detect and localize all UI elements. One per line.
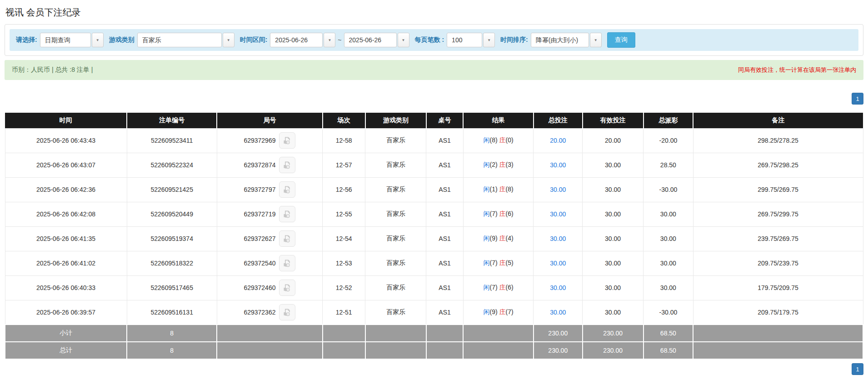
cell-bet-id: 522609517465: [127, 275, 217, 300]
video-replay-button[interactable]: [279, 304, 295, 320]
valid-bet-notice: 同局有效投注，统一计算在该局第一张注单内: [738, 66, 856, 74]
cell-session: 12-53: [323, 251, 365, 275]
total-bet-link[interactable]: 30.00: [550, 210, 566, 218]
cell-bet-id: 522609523411: [127, 128, 217, 153]
cell-total-bet: 30.00: [534, 300, 583, 325]
table-row: 2025-06-26 06:43:43522609523411629372969…: [5, 128, 863, 153]
page-size-input[interactable]: 100: [447, 33, 482, 47]
cell-total-bet: 20.00: [534, 128, 583, 153]
video-replay-button[interactable]: [279, 181, 295, 198]
total-bet-link[interactable]: 30.00: [550, 284, 566, 291]
cell-session: 12-55: [323, 202, 365, 226]
cell-remark: 299.75/269.75: [693, 177, 863, 202]
cell-table-no: AS1: [426, 128, 463, 153]
subtotal-row-empty-remark: [693, 325, 863, 342]
cell-round-id: 629372719: [217, 202, 322, 226]
banker-label: 庄: [499, 308, 506, 315]
search-button[interactable]: 查询: [607, 32, 635, 48]
date-to-input[interactable]: 2025-06-26: [344, 33, 397, 47]
video-camera-icon: [283, 185, 292, 194]
total-bet-link[interactable]: 30.00: [550, 186, 566, 193]
chevron-down-icon[interactable]: ▼: [590, 33, 602, 47]
column-header-6: 桌号: [426, 113, 463, 128]
chevron-down-icon[interactable]: ▼: [398, 33, 409, 47]
chevron-down-icon[interactable]: ▼: [223, 33, 234, 47]
cell-session: 12-58: [323, 128, 365, 153]
cell-bet-id: 522609519374: [127, 226, 217, 251]
total-row-total-bet: 230.00: [534, 342, 583, 359]
cell-remark: 209.75/179.75: [693, 300, 863, 325]
column-header-9: 有效投注: [583, 113, 644, 128]
table-row: 2025-06-26 06:42:08522609520449629372719…: [5, 202, 863, 226]
total-row-empty-game-type: [365, 342, 426, 359]
cell-game-type: 百家乐: [365, 226, 426, 251]
total-bet-link[interactable]: 20.00: [550, 137, 566, 144]
page-size-label: 每页笔数 :: [415, 36, 444, 44]
cell-bet-id: 522609518322: [127, 251, 217, 275]
total-row-empty-round: [217, 342, 322, 359]
total-bet-link[interactable]: 30.00: [550, 309, 566, 316]
round-id-text: 629372460: [244, 284, 275, 291]
game-type-input[interactable]: 百家乐: [137, 33, 222, 47]
cell-round-id: 629372969: [217, 128, 322, 153]
cell-time: 2025-06-26 06:39:57: [5, 300, 127, 325]
subtotal-row-valid-bet: 230.00: [583, 325, 644, 342]
video-replay-button[interactable]: [279, 280, 295, 296]
column-header-7: 结果: [463, 113, 534, 128]
banker-label: 庄: [499, 161, 506, 168]
chevron-down-icon[interactable]: ▼: [92, 33, 104, 47]
total-bet-link[interactable]: 30.00: [550, 161, 566, 169]
cell-table-no: AS1: [426, 153, 463, 177]
page-1-button[interactable]: 1: [852, 363, 863, 375]
table-row: 2025-06-26 06:43:07522609522324629372874…: [5, 153, 863, 177]
subtotal-row-empty-result: [463, 325, 534, 342]
column-header-2: 注单编号: [127, 113, 217, 128]
total-bet-link[interactable]: 30.00: [550, 235, 566, 242]
cell-result: 闲(7) 庄(6): [463, 275, 534, 300]
subtotal-row-payout: 68.50: [644, 325, 693, 342]
total-bet-link[interactable]: 30.00: [550, 260, 566, 267]
page-size-combobox: 100 ▼: [447, 33, 495, 47]
page-1-button[interactable]: 1: [852, 93, 863, 105]
date-from-input[interactable]: 2025-06-26: [270, 33, 323, 47]
cell-table-no: AS1: [426, 226, 463, 251]
date-range-separator: ~: [338, 36, 341, 44]
video-replay-button[interactable]: [279, 206, 295, 222]
cell-total-bet: 30.00: [534, 177, 583, 202]
video-camera-icon: [283, 308, 292, 317]
cell-round-id: 629372540: [217, 251, 322, 275]
total-row: 总计8230.00230.0068.50: [5, 342, 863, 359]
cell-payout: -30.00: [644, 177, 693, 202]
video-replay-button[interactable]: [279, 157, 295, 173]
pagination-top: 1: [5, 93, 863, 105]
table-header-row: 时间注单编号局号场次游戏类别桌号结果总投注有效投注总派彩备注: [5, 113, 863, 128]
query-type-input[interactable]: 日期查询: [40, 33, 91, 47]
currency-total-summary: 币别：人民币 | 总共 :8 注单 |: [12, 66, 93, 74]
sort-order-input[interactable]: 降幂(由大到小): [531, 33, 589, 47]
chevron-down-icon[interactable]: ▼: [324, 33, 335, 47]
cell-remark: 179.75/209.75: [693, 275, 863, 300]
cell-session: 12-56: [323, 177, 365, 202]
video-replay-button[interactable]: [279, 230, 295, 247]
cell-remark: 269.75/298.25: [693, 153, 863, 177]
cell-result: 闲(9) 庄(7): [463, 300, 534, 325]
video-replay-button[interactable]: [279, 132, 295, 149]
chevron-down-icon[interactable]: ▼: [483, 33, 495, 47]
time-range-label: 时间区间:: [240, 36, 268, 44]
banker-value: (8): [506, 185, 514, 193]
total-row-label: 总计: [5, 342, 127, 359]
summary-bar: 币别：人民币 | 总共 :8 注单 | 同局有效投注，统一计算在该局第一张注单内: [5, 60, 863, 80]
player-label: 闲: [484, 185, 490, 193]
cell-total-bet: 30.00: [534, 251, 583, 275]
round-id-text: 629372797: [244, 186, 275, 193]
round-id-text: 629372874: [244, 161, 275, 169]
round-id-text: 629372969: [244, 137, 275, 144]
select-type-label: 请选择:: [16, 36, 37, 44]
round-id-text: 629372627: [244, 235, 275, 242]
total-row-empty-remark: [693, 342, 863, 359]
subtotal-row-total-bet: 230.00: [534, 325, 583, 342]
cell-remark: 298.25/278.25: [693, 128, 863, 153]
video-replay-button[interactable]: [279, 255, 295, 271]
sort-order-combobox: 降幂(由大到小) ▼: [531, 33, 602, 47]
cell-valid-bet: 30.00: [583, 153, 644, 177]
